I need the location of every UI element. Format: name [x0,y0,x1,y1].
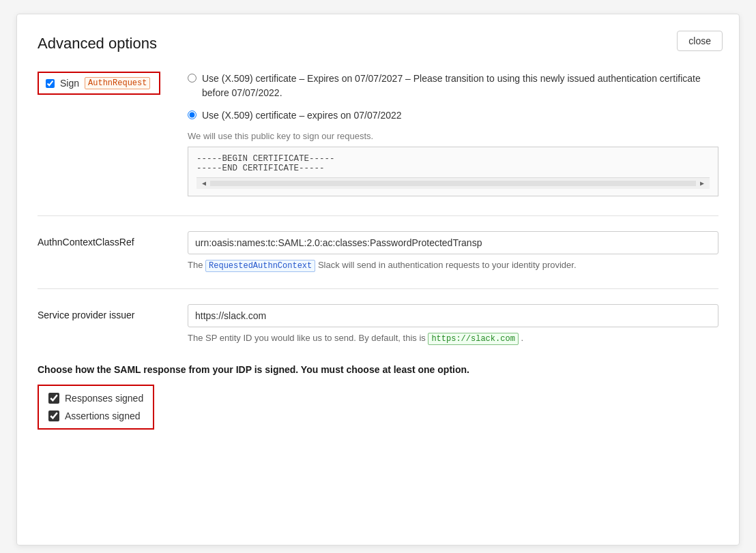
certificate-display: -----BEGIN CERTIFICATE----- -----END CER… [188,147,718,196]
advanced-options-dialog: Advanced options close Sign AuthnRequest… [16,14,740,545]
sign-label: Sign [60,78,79,89]
responses-signed-label: Responses signed [65,393,143,404]
cert-end-line: -----END CERTIFICATE----- [197,164,710,173]
service-provider-row: Service provider issuer The SP entity ID… [38,304,718,345]
service-provider-content: The SP entity ID you would like us to se… [188,304,718,345]
authn-context-label: AuthnContextClassRef [38,231,160,248]
scroll-left-arrow[interactable]: ◀ [199,179,209,188]
cert-radio-2[interactable] [188,110,197,119]
service-provider-input[interactable] [188,304,718,327]
responses-signed-checkbox[interactable] [48,393,59,404]
sp-hint-tag: https://slack.com [428,333,518,345]
authn-context-hint: The RequestedAuthnContext Slack will sen… [188,258,718,272]
divider-1 [38,215,718,216]
close-button[interactable]: close [677,31,723,51]
cert-option-2-label: Use (X.509) certificate – expires on 07/… [202,108,402,123]
divider-2 [38,288,718,289]
authn-context-hint-suffix: Slack will send in authentication reques… [318,260,577,270]
sign-authn-row: Sign AuthnRequest Use (X.509) certificat… [38,72,718,196]
authn-request-tag: AuthnRequest [85,77,150,89]
service-provider-hint: The SP entity ID you would like us to se… [188,331,718,345]
cert-option-1: Use (X.509) certificate – Expires on 07/… [188,72,718,100]
certificate-options: Use (X.509) certificate – Expires on 07/… [188,72,718,196]
scroll-right-arrow[interactable]: ▶ [697,179,707,188]
signing-checkboxes-group: Responses signed Assertions signed [38,385,154,430]
assertions-signed-checkbox[interactable] [48,410,59,421]
requested-authn-context-tag: RequestedAuthnContext [205,260,315,272]
assertions-signed-label: Assertions signed [65,410,141,421]
cert-option-1-label: Use (X.509) certificate – Expires on 07/… [202,72,718,100]
service-provider-label: Service provider issuer [38,304,160,320]
cert-begin-line: -----BEGIN CERTIFICATE----- [197,154,710,164]
sp-hint-prefix: The SP entity ID you would like us to se… [188,333,426,343]
authn-context-row: AuthnContextClassRef The RequestedAuthnC… [38,231,718,272]
assertions-signed-row: Assertions signed [48,410,143,421]
cert-radio-1[interactable] [188,74,197,83]
scroll-track [210,181,696,186]
cert-scroll-bar: ◀ ▶ [197,177,710,189]
dialog-title: Advanced options [38,35,718,53]
sign-authn-checkbox[interactable] [46,79,55,88]
public-key-hint: We will use this public key to sign our … [188,131,718,141]
sign-authn-label-box: Sign AuthnRequest [38,72,160,95]
responses-signed-row: Responses signed [48,393,143,404]
authn-context-input[interactable] [188,231,718,254]
signing-section: Choose how the SAML response from your I… [38,364,718,430]
authn-context-content: The RequestedAuthnContext Slack will sen… [188,231,718,272]
cert-option-2: Use (X.509) certificate – expires on 07/… [188,108,718,123]
authn-context-hint-prefix: The [188,260,203,270]
sp-hint-suffix: . [521,333,523,343]
signing-section-title: Choose how the SAML response from your I… [38,364,718,375]
